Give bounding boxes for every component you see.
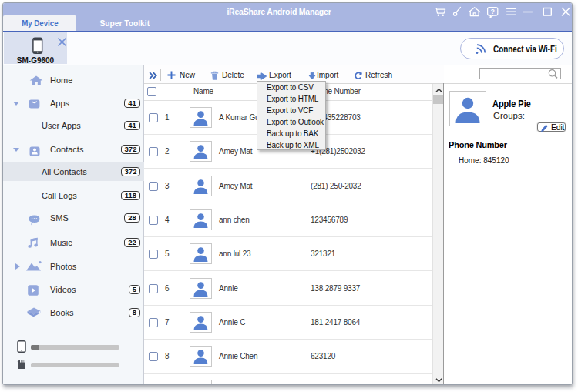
svg-text:?: ? bbox=[491, 8, 495, 15]
